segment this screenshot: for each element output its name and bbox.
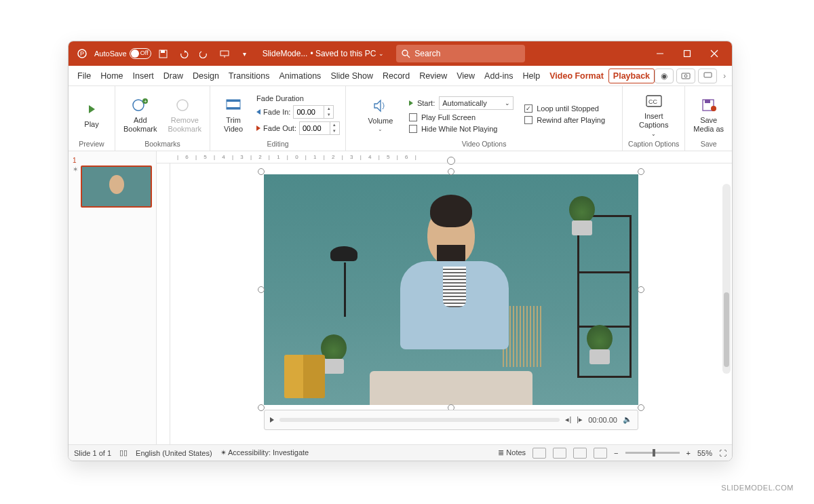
autosave-toggle[interactable]: AutoSave Off — [94, 48, 151, 59]
tab-addins[interactable]: Add-ins — [480, 66, 518, 86]
slideshow-view-icon[interactable] — [594, 448, 607, 459]
vertical-ruler — [157, 163, 170, 444]
svg-point-26 — [711, 106, 716, 111]
horizontal-ruler: | 6 | 5 | 4 | 3 | 2 | 1 | 0 | 1 | 2 | 3 … — [157, 151, 732, 163]
zoom-slider[interactable] — [625, 452, 680, 454]
fade-duration-label: Fade Duration — [256, 94, 340, 102]
insert-captions-button[interactable]: CC Insert Captions⌄ — [636, 89, 672, 140]
start-dropdown[interactable]: Automatically⌄ — [439, 96, 513, 110]
binders-graphic — [284, 355, 325, 398]
tab-animations[interactable]: Animations — [275, 66, 326, 86]
reading-view-icon[interactable] — [573, 448, 587, 459]
watermark: SLIDEMODEL.COM — [721, 484, 794, 492]
book-icon: ▯▯ — [119, 448, 128, 457]
ribbon-tabs: File Home Insert Draw Design Transitions… — [69, 66, 732, 86]
resize-handle[interactable] — [258, 168, 265, 175]
redo-icon[interactable] — [196, 45, 212, 62]
svg-rect-20 — [227, 100, 240, 102]
slide-count[interactable]: Slide 1 of 1 — [74, 449, 111, 457]
zoom-in-button[interactable]: + — [686, 449, 691, 457]
zoom-out-button[interactable]: − — [614, 449, 618, 457]
play-button[interactable]: Play — [74, 89, 109, 140]
close-button[interactable] — [702, 44, 726, 63]
notes-button[interactable]: ≣ Notes — [498, 448, 526, 457]
rewind-checkbox[interactable]: Rewind after Playing — [524, 116, 605, 124]
volume-button[interactable]: Volume ⌄ — [363, 95, 398, 134]
slide-canvas[interactable]: ◂| |▸ 00:00.00 🔈 — [170, 163, 732, 444]
language-status[interactable]: English (United States) — [136, 449, 212, 457]
slide-editor: | 6 | 5 | 4 | 3 | 2 | 1 | 0 | 1 | 2 | 3 … — [157, 151, 732, 444]
step-back-icon[interactable]: ◂| — [565, 415, 571, 424]
resize-handle[interactable] — [638, 286, 644, 293]
tab-draw[interactable]: Draw — [159, 66, 188, 86]
tab-slideshow[interactable]: Slide Show — [326, 66, 378, 86]
resize-handle[interactable] — [638, 168, 644, 175]
tab-record[interactable]: Record — [378, 66, 414, 86]
accessibility-status[interactable]: ✴ Accessibility: Investigate — [220, 448, 309, 457]
resize-handle[interactable] — [258, 286, 265, 293]
start-label: Start: — [417, 99, 435, 107]
tab-review[interactable]: Review — [414, 66, 452, 86]
tab-design[interactable]: Design — [188, 66, 224, 86]
fade-out-icon — [256, 125, 260, 131]
video-object[interactable] — [264, 174, 638, 405]
video-progress-bar[interactable] — [279, 418, 560, 422]
resize-handle[interactable] — [258, 404, 265, 411]
fade-in-input[interactable]: ▴▾ — [293, 105, 334, 119]
zoom-level[interactable]: 55% — [697, 449, 712, 457]
fit-window-icon[interactable]: ⛶ — [719, 449, 726, 457]
svg-line-7 — [407, 55, 410, 58]
titlebar: P AutoSave Off ▾ SlideMode... • Saved to… — [69, 41, 732, 66]
add-bookmark-button[interactable]: + Add Bookmark — [121, 89, 160, 140]
page-scrollbar[interactable] — [722, 184, 731, 374]
camera-icon[interactable] — [676, 69, 695, 83]
ribbon: Play Preview + Add Bookmark Remove Bookm… — [69, 86, 732, 151]
loop-checkbox[interactable]: ✓Loop until Stopped — [524, 104, 605, 113]
save-icon[interactable] — [155, 45, 172, 62]
resize-handle[interactable] — [638, 404, 644, 411]
fade-out-input[interactable]: ▴▾ — [299, 121, 340, 135]
minimize-button[interactable] — [648, 44, 672, 63]
undo-icon[interactable] — [176, 45, 192, 62]
tab-file[interactable]: File — [73, 66, 96, 86]
ribbon-expand-icon[interactable]: › — [720, 71, 729, 81]
status-bar: Slide 1 of 1 ▯▯ English (United States) … — [69, 444, 732, 461]
animation-star-icon: ✶ — [73, 166, 78, 173]
hide-not-playing-checkbox[interactable]: Hide While Not Playing — [409, 125, 513, 133]
tab-transitions[interactable]: Transitions — [224, 66, 275, 86]
video-mute-icon[interactable]: 🔈 — [623, 415, 632, 424]
step-forward-icon[interactable]: |▸ — [577, 415, 583, 424]
tab-view[interactable]: View — [452, 66, 480, 86]
search-box[interactable]: Search — [396, 45, 525, 62]
lamp-graphic — [325, 242, 366, 317]
resize-handle[interactable] — [448, 168, 454, 175]
svg-rect-25 — [705, 100, 710, 103]
video-play-icon[interactable] — [270, 417, 274, 423]
svg-point-6 — [402, 50, 408, 56]
save-media-button[interactable]: Save Media as — [691, 89, 726, 140]
group-editing: Trim Video Fade Duration Fade In: ▴▾ Fad… — [210, 86, 346, 151]
tab-insert[interactable]: Insert — [128, 66, 159, 86]
fade-in-label: Fade In: — [263, 108, 290, 116]
group-video-options: Volume ⌄ Start: Automatically⌄ Play Full… — [346, 86, 623, 151]
record-mode-icon[interactable]: ◉ — [655, 69, 674, 83]
qat-more-icon[interactable]: ▾ — [237, 45, 253, 62]
present-icon[interactable] — [216, 45, 233, 62]
slide-thumbnail-1[interactable] — [81, 166, 152, 208]
group-preview: Play Preview — [69, 86, 115, 151]
plant-graphic — [566, 195, 598, 235]
tab-playback[interactable]: Playback — [608, 69, 655, 83]
normal-view-icon[interactable] — [532, 448, 546, 459]
sorter-view-icon[interactable] — [553, 448, 566, 459]
play-full-screen-checkbox[interactable]: Play Full Screen — [409, 113, 513, 121]
svg-rect-9 — [684, 51, 691, 57]
save-status[interactable]: • Saved to this PC — [310, 49, 376, 58]
comments-icon[interactable] — [698, 69, 717, 83]
video-playback-bar: ◂| |▸ 00:00.00 🔈 — [264, 410, 638, 430]
tab-video-format[interactable]: Video Format — [545, 66, 608, 86]
trim-video-button[interactable]: Trim Video — [216, 89, 251, 140]
tab-home[interactable]: Home — [96, 66, 128, 86]
tab-help[interactable]: Help — [518, 66, 545, 86]
svg-point-18 — [177, 100, 188, 111]
maximize-button[interactable] — [675, 44, 699, 63]
